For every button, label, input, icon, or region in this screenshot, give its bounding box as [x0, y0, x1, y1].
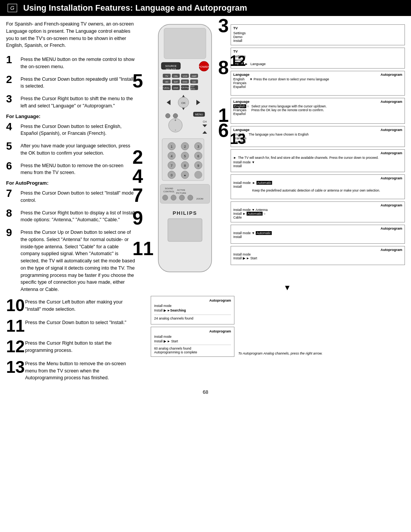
- step-5-text: After you have made your language select…: [21, 141, 135, 157]
- panel-5-header: Language Autoprogram: [233, 128, 402, 132]
- panel-5-content: EnglishFrançaisEspañol The language you …: [233, 133, 402, 144]
- svg-text:TV: TV: [165, 75, 168, 77]
- remote-wrapper: 3 8 12 5 1 6 13 2 4 7 9 11: [139, 21, 227, 280]
- step-10: 10 Press the Cursor Left button after ma…: [6, 297, 135, 314]
- overlay-12: 12: [230, 53, 246, 69]
- autoprg-4-content: Install mode ▼ Automatic Install: [233, 231, 402, 239]
- svg-text:AMP: AMP: [191, 75, 196, 77]
- searching-install-row: Install ▶ ►Searching: [154, 308, 231, 312]
- panel-3-header: Language Autoprogram: [233, 73, 402, 77]
- menu-panel-5: Language Autoprogram EnglishFrançaisEspa…: [231, 126, 405, 147]
- overlay-7: 7: [132, 184, 143, 206]
- step-6-number: 6: [6, 161, 21, 171]
- svg-text:NATURAL: NATURAL: [159, 87, 170, 89]
- panel-1-tv-label: TV: [233, 26, 402, 30]
- searching-install-mode: Install mode: [154, 304, 231, 308]
- complete-install-row: Install ▶ ► Start: [154, 339, 231, 343]
- autoprg-2-content: Install modeInstall ► AutomaticKeep the …: [233, 181, 402, 192]
- svg-text:VCR Prog: VCR Prog: [180, 86, 190, 89]
- main-content: For Spanish- and French-speaking TV owne…: [0, 21, 411, 385]
- svg-point-80: [188, 195, 193, 200]
- step-1-number: 1: [6, 54, 21, 65]
- panel-3-note: ▼ Press the cursor down to select your m…: [250, 77, 402, 89]
- svg-text:ACTIVE: ACTIVE: [177, 189, 185, 191]
- remote-svg: SOURCE SELECT POWER TV CBL VCR AMP: [147, 21, 223, 280]
- svg-text:-: -: [175, 128, 176, 132]
- step-9-number: 9: [6, 227, 21, 238]
- menu-panel-2: TV SettingsDemoInstall ► Language: [231, 48, 405, 69]
- searching-label: Searching: [170, 308, 186, 312]
- autoprg-2-auto-highlight: Automatic: [256, 181, 272, 185]
- step-12: 12 Press the Cursor Right button to star…: [6, 338, 135, 355]
- step-5-number: 5: [6, 141, 21, 152]
- panel-1-settings: SettingsDemoInstall: [233, 31, 246, 43]
- svg-text:8: 8: [184, 164, 186, 168]
- panel-4-content: English ○FrançaisEspañol Select your men…: [233, 104, 402, 116]
- svg-text:SOURCE: SOURCE: [165, 65, 177, 67]
- menu-panels-right: TV SettingsDemoInstall TV SettingsDemoIn…: [231, 24, 405, 265]
- svg-text:1: 1: [170, 145, 172, 149]
- svg-point-79: [179, 195, 185, 200]
- autoprg-1-install: Install: [233, 164, 402, 168]
- svg-point-78: [171, 195, 176, 200]
- step-3-number: 3: [6, 94, 21, 104]
- svg-point-40: [166, 113, 170, 118]
- for-autoprogram-header: For AutoProgram:: [6, 180, 135, 186]
- channels-found-1: 24 analog channels found: [154, 315, 231, 320]
- svg-text:PHILIPS: PHILIPS: [173, 210, 198, 216]
- step-2: 2 Press the Cursor Down button repeatedl…: [6, 74, 135, 90]
- menu-panel-3: Language Autoprogram EnglishFrançaisEspa…: [231, 71, 405, 96]
- bottom-screens-area: Autoprogram Install mode Install ▶ ►Sear…: [151, 296, 405, 357]
- autoprg-2-right: ► AutomaticKeep the predefined automatic…: [252, 181, 402, 192]
- overlay-11: 11: [132, 238, 154, 260]
- autoprg-panel-2: Autoprogram Install modeInstall ► Automa…: [231, 174, 405, 199]
- svg-text:MENU: MENU: [195, 113, 203, 116]
- svg-text:POWER: POWER: [198, 65, 210, 69]
- step-3-text: Press the Cursor Right button to shift t…: [21, 94, 135, 110]
- step-10-number: 10: [6, 297, 25, 314]
- svg-text:0: 0: [170, 173, 172, 177]
- svg-rect-1: [164, 28, 206, 59]
- autoprg-1-note: The TV will search for, find and store a…: [238, 156, 402, 160]
- svg-text:CONTROL: CONTROL: [163, 190, 175, 193]
- autoprg-4-title: Autoprogram: [233, 227, 402, 230]
- left-column: For Spanish- and French-speaking TV owne…: [6, 21, 135, 385]
- svg-text:7: 7: [170, 164, 172, 168]
- autoprg-panel-3: Autoprogram Install mode ▼ Antenna Insta…: [231, 201, 405, 222]
- svg-text:+: +: [174, 118, 176, 122]
- step-1: 1 Press the MENU button on the remote co…: [6, 54, 135, 70]
- steps-list: 1 Press the MENU button on the remote co…: [6, 54, 135, 382]
- svg-text:5: 5: [184, 154, 186, 158]
- step-3: 3 Press the Cursor Right button to shift…: [6, 94, 135, 110]
- autoprg-panel-1: Autoprogram ► The TV will search for, fi…: [231, 149, 405, 172]
- right-column: 3 8 12 5 1 6 13 2 4 7 9 11: [139, 21, 405, 385]
- svg-text:ZOOM: ZOOM: [196, 198, 203, 200]
- panel-3-content: EnglishFrançaisEspañol ▼ Press the curso…: [233, 77, 402, 89]
- channels-found-2: 60 analog channels foundAutoprogramming …: [154, 345, 231, 354]
- header-letter: G: [8, 4, 17, 12]
- down-arrow: ▼: [170, 283, 405, 292]
- step-4-text: Press the Cursor Down button to select E…: [21, 121, 135, 137]
- step-6-text: Press the MENU button to remove the on-s…: [21, 161, 135, 177]
- svg-text:4: 4: [170, 154, 172, 158]
- panel-4-english-highlight: English: [233, 104, 246, 108]
- overlay-5: 5: [132, 70, 143, 92]
- svg-point-41: [173, 113, 178, 118]
- autoprg-1-install-mode: Install mode ▼: [233, 160, 402, 164]
- menu-panel-1: TV SettingsDemoInstall: [231, 24, 405, 45]
- panel-1-col-labels: SettingsDemoInstall: [233, 31, 402, 43]
- autoprg-3-auto-hl: Automatic: [247, 212, 263, 216]
- panel-2-language: Language: [250, 62, 266, 66]
- panel-4-autoprogram-title: Autoprogram: [381, 100, 402, 104]
- svg-text:INFO+: INFO+: [189, 88, 195, 90]
- svg-text:PICTURE: PICTURE: [176, 192, 186, 194]
- autoprg-1-title: Autoprogram: [233, 151, 402, 155]
- svg-text:6: 6: [197, 154, 199, 158]
- autoprg-panel-5: Autoprogram Install mode Install ▶ ► Sta…: [231, 246, 405, 265]
- step-7: 7 Press the Cursor Down button to select…: [6, 188, 135, 204]
- step-5: 5 After you have made your language sele…: [6, 141, 135, 157]
- step-7-number: 7: [6, 188, 21, 199]
- svg-text:3: 3: [197, 145, 199, 149]
- overlay-9: 9: [132, 207, 143, 229]
- autoprg-2-left: Install modeInstall: [233, 181, 251, 192]
